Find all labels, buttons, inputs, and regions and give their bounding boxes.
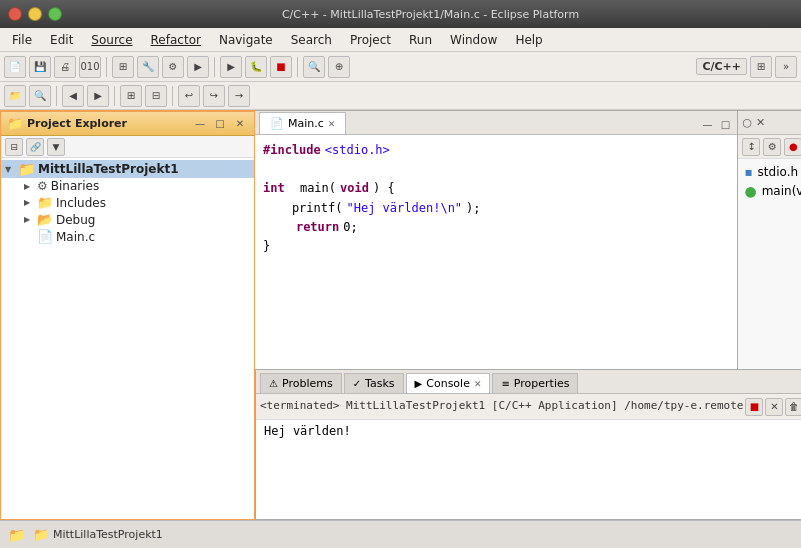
menu-refactor[interactable]: Refactor xyxy=(143,31,209,49)
debug-button[interactable]: 🐛 xyxy=(245,56,267,78)
close-button[interactable] xyxy=(8,7,22,21)
search-button[interactable]: 🔍 xyxy=(303,56,325,78)
console-output: Hej världen! xyxy=(256,420,801,519)
console-remove-btn[interactable]: ✕ xyxy=(765,398,783,416)
toolbar2-btn-8[interactable]: ↪ xyxy=(203,85,225,107)
toolbar-btn-6[interactable]: ⊕ xyxy=(328,56,350,78)
editor-maximize-btn[interactable]: □ xyxy=(717,116,733,132)
tree-item-mainc[interactable]: ▶ 📄 Main.c xyxy=(1,228,254,245)
pe-close-btn[interactable]: ✕ xyxy=(232,116,248,132)
maximize-button[interactable] xyxy=(48,7,62,21)
code-string: "Hej världen!\n" xyxy=(346,199,462,218)
rp-bullet-stdio: ▪ xyxy=(744,165,752,179)
console-output-text: Hej världen! xyxy=(264,424,801,438)
menu-help[interactable]: Help xyxy=(507,31,550,49)
toolbar-btn-5[interactable]: ▶ xyxy=(187,56,209,78)
outline-content: ▪ stdio.h ● main(void) : int xyxy=(738,159,801,369)
code-line-blank xyxy=(263,160,729,179)
stop-button[interactable]: ■ xyxy=(270,56,292,78)
more-perspectives[interactable]: » xyxy=(775,56,797,78)
rp-sort-btn[interactable]: ↕ xyxy=(742,138,760,156)
toolbar2-btn-2[interactable]: 🔍 xyxy=(29,85,51,107)
perspectives-button[interactable]: ⊞ xyxy=(750,56,772,78)
tree-item-includes[interactable]: ▶ 📁 Includes xyxy=(1,194,254,211)
menu-file[interactable]: File xyxy=(4,31,40,49)
editor-right-row: 📄 Main.c ✕ — □ #include <stdio.h> xyxy=(255,110,801,370)
tree-arrow-project: ▼ xyxy=(5,165,15,174)
outline-header: ○ ✕ ◉ M — □ xyxy=(738,111,801,135)
toolbar-sep-3 xyxy=(297,57,298,77)
menu-search[interactable]: Search xyxy=(283,31,340,49)
menu-source[interactable]: Source xyxy=(83,31,140,49)
console-tab-close[interactable]: ✕ xyxy=(474,379,482,389)
console-clear-btn[interactable]: 🗑 xyxy=(785,398,801,416)
cpp-perspective[interactable]: C/C++ xyxy=(696,58,747,75)
tree-item-project[interactable]: ▼ 📁 MittLillaTestProjekt1 xyxy=(1,160,254,178)
debug-label: Debug xyxy=(56,213,95,227)
tab-close-btn[interactable]: ✕ xyxy=(328,119,336,129)
toolbar-secondary: 📁 🔍 ◀ ▶ ⊞ ⊟ ↩ ↪ → xyxy=(0,82,801,110)
editor-tab-mainc[interactable]: 📄 Main.c ✕ xyxy=(259,112,346,134)
toolbar2-btn-7[interactable]: ↩ xyxy=(178,85,200,107)
outline-toolbar: ↕ ⚙ ● ✳ » xyxy=(738,135,801,159)
rp-filter-btn[interactable]: ⚙ xyxy=(763,138,781,156)
console-header-text: <terminated> MittLillaTestProjekt1 [C/C+… xyxy=(260,399,743,414)
rp-item-stdio[interactable]: ▪ stdio.h xyxy=(744,163,801,181)
minimize-button[interactable] xyxy=(28,7,42,21)
tree-item-debug[interactable]: ▶ 📂 Debug xyxy=(1,211,254,228)
console-toolbar-buttons: ■ ✕ 🗑 📌 🔒 ↵ + ⊞ » xyxy=(745,398,801,416)
pe-menu-btn[interactable]: ▼ xyxy=(47,138,65,156)
toolbar2-btn-5[interactable]: ⊞ xyxy=(120,85,142,107)
save-button[interactable]: 💾 xyxy=(29,56,51,78)
tree-arrow-mainc: ▶ xyxy=(24,232,34,241)
menu-run[interactable]: Run xyxy=(401,31,440,49)
editor-tabs: 📄 Main.c ✕ — □ xyxy=(255,111,737,135)
toolbar2-btn-4[interactable]: ▶ xyxy=(87,85,109,107)
outline-panel: ○ ✕ ◉ M — □ ↕ ⚙ ● ✳ » ▪ xyxy=(738,110,801,370)
menubar: File Edit Source Refactor Navigate Searc… xyxy=(0,28,801,52)
tab-properties[interactable]: ≡ Properties xyxy=(492,373,578,393)
code-brace-close: } xyxy=(263,237,270,256)
pe-collapse-btn[interactable]: ⊟ xyxy=(5,138,23,156)
pe-minimize-btn[interactable]: — xyxy=(192,116,208,132)
tree-item-binaries[interactable]: ▶ ⚙ Binaries xyxy=(1,178,254,194)
run-button[interactable]: ▶ xyxy=(220,56,242,78)
toolbar-btn-3[interactable]: 🔧 xyxy=(137,56,159,78)
pe-link-btn[interactable]: 🔗 xyxy=(26,138,44,156)
tab-properties-label: Properties xyxy=(514,377,570,390)
toolbar2-btn-6[interactable]: ⊟ xyxy=(145,85,167,107)
problems-icon: ⚠ xyxy=(269,378,278,389)
status-project-name: MittLillaTestProjekt1 xyxy=(53,528,163,541)
menu-navigate[interactable]: Navigate xyxy=(211,31,281,49)
console-terminate-btn[interactable]: ■ xyxy=(745,398,763,416)
menu-window[interactable]: Window xyxy=(442,31,505,49)
rp-dot-btn[interactable]: ● xyxy=(784,138,801,156)
console-icon: ▶ xyxy=(415,378,423,389)
status-icon-folder[interactable]: 📁 xyxy=(8,527,25,543)
toolbar2-btn-3[interactable]: ◀ xyxy=(62,85,84,107)
toolbar-btn-4[interactable]: ⚙ xyxy=(162,56,184,78)
toolbar2-btn-1[interactable]: 📁 xyxy=(4,85,26,107)
tab-tasks[interactable]: ✓ Tasks xyxy=(344,373,404,393)
menu-project[interactable]: Project xyxy=(342,31,399,49)
tree-arrow-debug: ▶ xyxy=(24,215,34,224)
tab-console[interactable]: ▶ Console ✕ xyxy=(406,373,491,393)
pe-maximize-btn[interactable]: □ xyxy=(212,116,228,132)
code-line-3: int main( void ) { xyxy=(263,179,729,198)
print-button[interactable]: 🖨 xyxy=(54,56,76,78)
binary-button[interactable]: 010 xyxy=(79,56,101,78)
tab-problems-label: Problems xyxy=(282,377,333,390)
toolbar2-btn-9[interactable]: → xyxy=(228,85,250,107)
toolbar2-sep-1 xyxy=(56,86,57,106)
includes-icon: 📁 xyxy=(37,195,53,210)
toolbar-btn-2[interactable]: ⊞ xyxy=(112,56,134,78)
project-explorer-content: ▼ 📁 MittLillaTestProjekt1 ▶ ⚙ Binaries ▶… xyxy=(1,158,254,519)
new-button[interactable]: 📄 xyxy=(4,56,26,78)
editor-right-container: 📄 Main.c ✕ — □ #include <stdio.h> xyxy=(255,110,801,520)
status-project-label[interactable]: 📁 MittLillaTestProjekt1 xyxy=(33,527,163,542)
rp-item-main[interactable]: ● main(void) : int xyxy=(744,181,801,201)
editor-minimize-btn[interactable]: — xyxy=(699,116,715,132)
menu-edit[interactable]: Edit xyxy=(42,31,81,49)
tab-problems[interactable]: ⚠ Problems xyxy=(260,373,342,393)
editor-content[interactable]: #include <stdio.h> int main( void ) { pr… xyxy=(255,135,737,369)
